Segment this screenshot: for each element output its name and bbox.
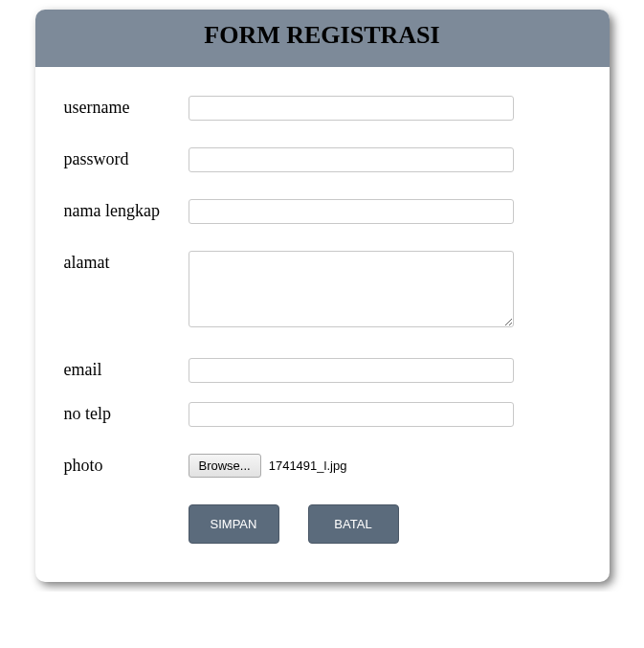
row-email: email bbox=[64, 358, 581, 383]
nama-lengkap-input[interactable] bbox=[189, 199, 514, 224]
label-no-telp: no telp bbox=[64, 402, 189, 424]
no-telp-input[interactable] bbox=[189, 402, 514, 427]
form-title: FORM REGISTRASI bbox=[204, 21, 439, 49]
email-input[interactable] bbox=[189, 358, 514, 383]
file-picker: Browse... 1741491_l.jpg bbox=[189, 454, 581, 478]
form-body: username password nama lengkap alamat em bbox=[35, 67, 610, 582]
label-email: email bbox=[64, 358, 189, 380]
label-nama-lengkap: nama lengkap bbox=[64, 199, 189, 221]
row-alamat: alamat bbox=[64, 251, 581, 331]
label-photo: photo bbox=[64, 454, 189, 476]
save-button[interactable]: SIMPAN bbox=[189, 504, 279, 544]
row-nama-lengkap: nama lengkap bbox=[64, 199, 581, 224]
username-input[interactable] bbox=[189, 96, 514, 121]
alamat-textarea[interactable] bbox=[189, 251, 514, 327]
label-username: username bbox=[64, 96, 189, 118]
label-alamat: alamat bbox=[64, 251, 189, 273]
password-input[interactable] bbox=[189, 147, 514, 172]
registration-card: FORM REGISTRASI username password nama l… bbox=[35, 10, 610, 582]
browse-button[interactable]: Browse... bbox=[189, 454, 261, 478]
form-actions: SIMPAN BATAL bbox=[189, 504, 581, 544]
row-no-telp: no telp bbox=[64, 402, 581, 427]
row-photo: photo Browse... 1741491_l.jpg bbox=[64, 454, 581, 478]
selected-filename: 1741491_l.jpg bbox=[269, 458, 347, 473]
label-password: password bbox=[64, 147, 189, 169]
form-header: FORM REGISTRASI bbox=[35, 10, 610, 67]
cancel-button[interactable]: BATAL bbox=[308, 504, 399, 544]
row-password: password bbox=[64, 147, 581, 172]
row-username: username bbox=[64, 96, 581, 121]
